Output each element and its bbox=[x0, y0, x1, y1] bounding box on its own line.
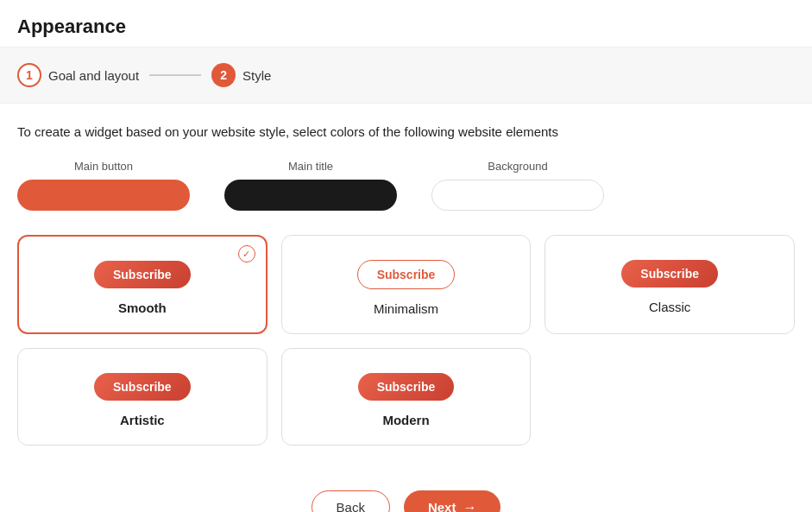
color-label-main-title: Main title bbox=[288, 160, 333, 173]
style-card-classic[interactable]: Subscribe Classic bbox=[544, 235, 795, 334]
page-header: Appearance bbox=[0, 0, 812, 47]
style-name-modern: Modern bbox=[382, 413, 429, 427]
step-connector bbox=[149, 74, 201, 76]
color-selectors: Main button Main title Background bbox=[17, 160, 795, 211]
next-label: Next bbox=[428, 500, 456, 512]
step-2-circle: 2 bbox=[211, 63, 236, 87]
color-label-background: Background bbox=[488, 160, 547, 173]
stepper-bar: 1 Goal and layout 2 Style bbox=[0, 47, 812, 104]
back-button[interactable]: Back bbox=[312, 490, 390, 512]
footer-actions: Back Next → bbox=[0, 473, 812, 512]
page-title: Appearance bbox=[17, 16, 795, 38]
style-name-artistic: Artistic bbox=[120, 413, 165, 427]
check-icon-smooth: ✓ bbox=[238, 245, 255, 262]
color-selector-main-title: Main title bbox=[224, 160, 397, 211]
color-selector-background: Background bbox=[431, 160, 604, 211]
style-name-minimalism: Minimalism bbox=[374, 301, 438, 316]
next-button[interactable]: Next → bbox=[404, 490, 501, 512]
next-arrow-icon: → bbox=[463, 500, 476, 513]
main-content: To create a widget based on your website… bbox=[0, 104, 812, 466]
subscribe-btn-artistic[interactable]: Subscribe bbox=[94, 373, 191, 401]
style-name-smooth: Smooth bbox=[118, 300, 167, 315]
style-card-smooth[interactable]: ✓ Subscribe Smooth bbox=[17, 235, 268, 334]
style-card-minimalism[interactable]: Subscribe Minimalism bbox=[281, 235, 532, 334]
color-swatch-white[interactable] bbox=[431, 180, 604, 211]
color-swatch-red[interactable] bbox=[17, 180, 190, 211]
style-grid-row2: Subscribe Artistic Subscribe Modern bbox=[17, 348, 795, 446]
color-selector-main-button: Main button bbox=[17, 160, 190, 211]
style-card-modern[interactable]: Subscribe Modern bbox=[281, 348, 532, 446]
step-2: 2 Style bbox=[211, 63, 271, 87]
step-2-label: Style bbox=[242, 68, 271, 83]
step-1-label: Goal and layout bbox=[48, 68, 139, 83]
style-name-classic: Classic bbox=[649, 300, 690, 314]
step-1-circle: 1 bbox=[17, 63, 41, 87]
subscribe-btn-modern[interactable]: Subscribe bbox=[358, 373, 455, 401]
instruction-text: To create a widget based on your website… bbox=[17, 124, 795, 139]
subscribe-btn-classic[interactable]: Subscribe bbox=[621, 260, 718, 288]
style-card-artistic[interactable]: Subscribe Artistic bbox=[17, 348, 268, 446]
style-grid-row1: ✓ Subscribe Smooth Subscribe Minimalism … bbox=[17, 235, 795, 334]
step-1: 1 Goal and layout bbox=[17, 63, 139, 87]
subscribe-btn-smooth[interactable]: Subscribe bbox=[94, 261, 191, 288]
color-label-main-button: Main button bbox=[74, 160, 133, 173]
color-swatch-black[interactable] bbox=[224, 180, 397, 211]
subscribe-btn-minimalism[interactable]: Subscribe bbox=[357, 260, 456, 289]
